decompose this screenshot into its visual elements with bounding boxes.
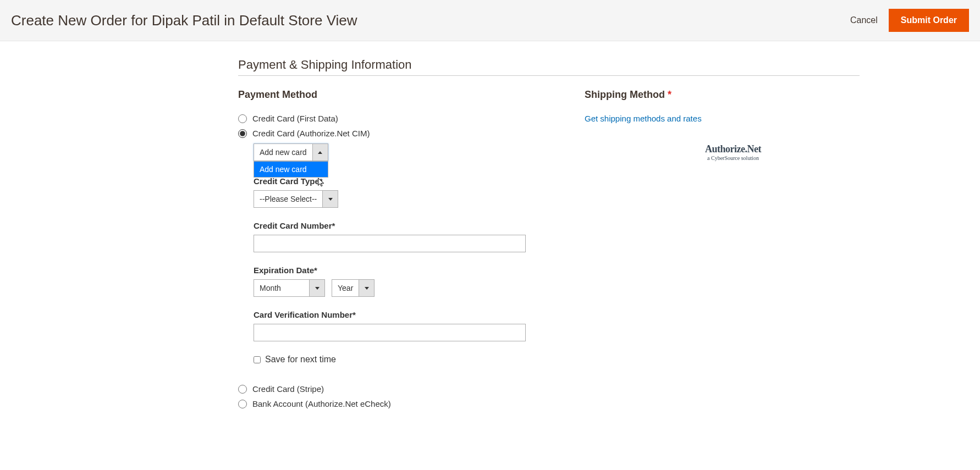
shipping-method-title: Shipping Method *	[585, 89, 860, 101]
radio-label: Bank Account (Authorize.Net eCheck)	[252, 399, 391, 408]
exp-month-select[interactable]: Month	[254, 279, 325, 297]
cc-type-field: Credit Card Type* --Please Select--	[254, 176, 552, 208]
dropdown-toggle[interactable]	[312, 144, 328, 161]
payment-method-title: Payment Method	[238, 89, 552, 101]
submit-order-button[interactable]: Submit Order	[889, 9, 969, 32]
cancel-button[interactable]: Cancel	[850, 15, 878, 25]
radio-firstdata[interactable]	[238, 114, 247, 123]
chevron-down-icon	[365, 287, 369, 290]
dropdown-toggle[interactable]	[322, 191, 338, 207]
payment-option-firstdata[interactable]: Credit Card (First Data)	[238, 114, 552, 123]
section-title: Payment & Shipping Information	[238, 58, 860, 76]
logo-text-sub: a CyberSource solution	[695, 155, 772, 161]
exp-month-value: Month	[254, 280, 309, 296]
expiration-field: Expiration Date* Month Year	[254, 266, 552, 297]
cc-type-select[interactable]: --Please Select--	[254, 190, 338, 208]
shipping-method-label: Shipping Method	[585, 89, 665, 100]
header-bar: Create New Order for Dipak Patil in Defa…	[0, 0, 980, 41]
card-selector-option[interactable]: Add new card	[254, 162, 328, 177]
cc-number-input[interactable]	[254, 235, 526, 252]
content-area: Payment & Shipping Information Payment M…	[238, 41, 860, 430]
chevron-down-icon	[328, 198, 333, 201]
radio-label: Credit Card (Stripe)	[252, 384, 324, 394]
shipping-column: Shipping Method * Get shipping methods a…	[585, 89, 860, 414]
cvv-input[interactable]	[254, 324, 526, 341]
authorizenet-logo: Authorize.Net a CyberSource solution	[695, 143, 772, 161]
save-card-checkbox[interactable]	[254, 356, 261, 363]
expiration-label: Expiration Date*	[254, 266, 552, 275]
radio-echeck[interactable]	[238, 400, 247, 408]
page-title: Create New Order for Dipak Patil in Defa…	[11, 12, 357, 29]
cvv-label: Card Verification Number*	[254, 310, 552, 319]
save-card-label: Save for next time	[265, 355, 336, 364]
payment-option-authorizenet[interactable]: Credit Card (Authorize.Net CIM)	[238, 129, 552, 138]
cc-type-label: Credit Card Type*	[254, 176, 552, 186]
get-shipping-link[interactable]: Get shipping methods and rates	[585, 114, 702, 123]
payment-option-echeck[interactable]: Bank Account (Authorize.Net eCheck)	[238, 399, 552, 408]
radio-label: Credit Card (First Data)	[252, 114, 338, 123]
authorizenet-form: Authorize.Net a CyberSource solution Add…	[254, 143, 552, 364]
cc-number-label: Credit Card Number*	[254, 221, 552, 230]
card-selector-dropdown[interactable]: Add new card Add new card	[254, 143, 328, 161]
expiration-row: Month Year	[254, 279, 552, 297]
exp-year-value: Year	[332, 280, 359, 296]
two-column-layout: Payment Method Credit Card (First Data) …	[238, 89, 860, 414]
radio-label: Credit Card (Authorize.Net CIM)	[252, 129, 370, 138]
card-selector-menu: Add new card	[254, 161, 328, 178]
dropdown-toggle[interactable]	[359, 280, 374, 296]
logo-text-main: Authorize.Net	[695, 143, 772, 155]
radio-authorizenet[interactable]	[238, 129, 247, 138]
cc-type-value: --Please Select--	[254, 191, 322, 207]
exp-year-select[interactable]: Year	[332, 279, 375, 297]
required-star: *	[668, 89, 671, 100]
card-selector-value: Add new card	[254, 144, 312, 161]
payment-column: Payment Method Credit Card (First Data) …	[238, 89, 552, 414]
card-selector-field: Add new card Add new card	[254, 143, 552, 161]
save-card-row[interactable]: Save for next time	[254, 355, 552, 364]
payment-option-stripe[interactable]: Credit Card (Stripe)	[238, 384, 552, 394]
chevron-up-icon	[318, 151, 322, 154]
header-actions: Cancel Submit Order	[850, 9, 969, 32]
chevron-down-icon	[315, 287, 320, 290]
radio-stripe[interactable]	[238, 385, 247, 394]
dropdown-toggle[interactable]	[309, 280, 324, 296]
cvv-field: Card Verification Number*	[254, 310, 552, 341]
cc-number-field: Credit Card Number*	[254, 221, 552, 252]
